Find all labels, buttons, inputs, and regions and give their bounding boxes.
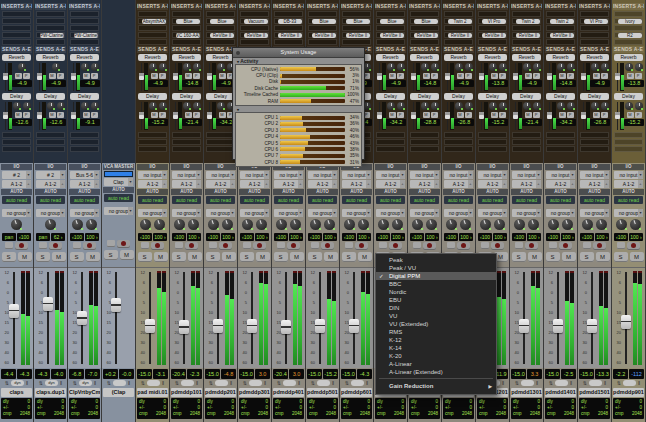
selector-expand-icon[interactable]: ▾: [264, 171, 269, 179]
input-monitor-button[interactable]: [549, 242, 557, 249]
insert-plugin-button[interactable]: ReVibe II: [244, 33, 268, 38]
send-empty-slot[interactable]: [410, 132, 439, 138]
volume-fader-track[interactable]: [557, 272, 559, 364]
send-level-fader[interactable]: [207, 102, 211, 130]
selector-expand-icon[interactable]: +: [264, 180, 269, 188]
send-level-fader[interactable]: [173, 102, 177, 130]
insert-slot[interactable]: [172, 25, 201, 31]
selector-expand-icon[interactable]: +: [638, 180, 643, 188]
pan-knob[interactable]: [358, 219, 369, 230]
send-level-fader[interactable]: [3, 102, 7, 130]
volume-fader-track[interactable]: [115, 272, 117, 364]
track-name[interactable]: (Clap: [103, 388, 134, 397]
insert-slot[interactable]: Blue: [376, 18, 405, 24]
send-pan-knob[interactable]: [523, 102, 531, 110]
input-selector[interactable]: no input▾: [172, 171, 201, 179]
send-fader-cap[interactable]: [3, 112, 8, 119]
send-fader-cap[interactable]: [139, 73, 144, 80]
send-empty-slot[interactable]: [546, 132, 575, 138]
send-pre-button[interactable]: P: [57, 73, 64, 79]
selector-expand-icon[interactable]: +: [604, 180, 609, 188]
send-pre-button[interactable]: P: [567, 73, 574, 79]
send-level-fader[interactable]: [37, 102, 41, 130]
send-b-button[interactable]: Delay: [580, 93, 609, 100]
send-b-button[interactable]: Delay: [546, 93, 575, 100]
track-name[interactable]: pdmdd1401: [545, 388, 576, 397]
insert-plugin-button[interactable]: R2: [618, 33, 642, 38]
send-fader-cap[interactable]: [411, 112, 416, 119]
send-fader-cap[interactable]: [207, 73, 212, 80]
insert-slot[interactable]: [36, 25, 65, 31]
pan-knob[interactable]: [290, 219, 301, 230]
insert-slot[interactable]: [580, 39, 609, 45]
menu-item-peak[interactable]: Peak: [376, 256, 496, 264]
record-arm-button[interactable]: [321, 242, 334, 250]
insert-plugin-button[interactable]: AbsynthAX: [142, 19, 166, 24]
send-pre-button[interactable]: P: [601, 73, 608, 79]
insert-slot[interactable]: [206, 39, 235, 45]
insert-slot[interactable]: [614, 25, 643, 31]
group-selector[interactable]: no group▾: [104, 207, 133, 215]
send-empty-slot[interactable]: [70, 139, 99, 145]
insert-plugin-button[interactable]: Ivory: [618, 19, 642, 24]
selector-expand-icon[interactable]: +: [230, 180, 235, 188]
send-empty-slot[interactable]: [580, 132, 609, 138]
send-pre-button[interactable]: P: [159, 73, 166, 79]
input-monitor-button[interactable]: [311, 242, 319, 249]
send-empty-slot[interactable]: [410, 139, 439, 145]
selector-expand-icon[interactable]: ▾: [94, 171, 99, 179]
record-arm-button[interactable]: [423, 242, 436, 250]
automation-mode-selector[interactable]: auto read: [240, 196, 269, 204]
automation-mode-selector[interactable]: auto read: [138, 196, 167, 204]
dyn-output-window-button[interactable]: [623, 380, 636, 386]
input-selector[interactable]: no input▾: [206, 171, 235, 179]
volume-fader-cap[interactable]: [111, 298, 121, 312]
insert-slot[interactable]: [2, 11, 31, 17]
record-arm-button[interactable]: [355, 242, 368, 250]
menu-item-rms[interactable]: RMS: [376, 328, 496, 336]
mute-button[interactable]: M: [562, 252, 576, 262]
send-pan-knob[interactable]: [81, 63, 89, 71]
send-pre-button[interactable]: P: [601, 112, 608, 118]
input-selector[interactable]: no input▾: [546, 171, 575, 179]
send-fader-cap[interactable]: [377, 73, 382, 80]
send-mute-button[interactable]: M: [185, 73, 192, 79]
menu-item-ebu[interactable]: EBU: [376, 296, 496, 304]
selector-expand-icon[interactable]: ▾: [468, 209, 473, 217]
send-pan-knob[interactable]: [635, 102, 643, 110]
send-level-fader[interactable]: [3, 63, 7, 91]
send-pan-knob[interactable]: [183, 102, 191, 110]
menu-item-k-12[interactable]: K-12: [376, 336, 496, 344]
send-pre-button[interactable]: P: [465, 73, 472, 79]
selector-expand-icon[interactable]: ▾: [60, 171, 65, 179]
insert-slot[interactable]: [614, 11, 643, 17]
track-name[interactable]: pdmddp401: [273, 388, 304, 397]
volume-fader-track[interactable]: [13, 272, 15, 364]
send-mute-button[interactable]: M: [559, 112, 566, 118]
send-empty-slot[interactable]: [580, 146, 609, 152]
selector-expand-icon[interactable]: +: [570, 180, 575, 188]
insert-slot[interactable]: [546, 25, 575, 31]
insert-slot[interactable]: Twin 2: [444, 18, 473, 24]
insert-plugin-button[interactable]: DB-33: [278, 19, 302, 24]
group-selector[interactable]: no group▾: [444, 209, 473, 217]
send-pan-knob[interactable]: [601, 102, 609, 110]
insert-slot[interactable]: ReVibe II: [478, 32, 507, 38]
insert-slot[interactable]: Blue: [308, 18, 337, 24]
send-a-button[interactable]: Reverb: [410, 54, 439, 61]
selector-expand-icon[interactable]: ▾: [60, 209, 65, 217]
selector-expand-icon[interactable]: ▾: [94, 209, 99, 217]
insert-plugin-button[interactable]: VI Pro: [482, 19, 506, 24]
solo-button[interactable]: S: [70, 252, 84, 262]
send-fader-cap[interactable]: [513, 112, 518, 119]
send-empty-slot[interactable]: [138, 139, 167, 145]
send-fader-cap[interactable]: [411, 73, 416, 80]
pan-knob[interactable]: [11, 219, 22, 230]
send-pan-knob[interactable]: [591, 63, 599, 71]
send-pan-knob[interactable]: [557, 63, 565, 71]
send-pan-knob[interactable]: [193, 63, 201, 71]
input-monitor-button[interactable]: [413, 242, 421, 249]
send-pre-button[interactable]: P: [397, 112, 404, 118]
automation-mode-selector[interactable]: auto read: [478, 196, 507, 204]
send-fader-cap[interactable]: [173, 73, 178, 80]
